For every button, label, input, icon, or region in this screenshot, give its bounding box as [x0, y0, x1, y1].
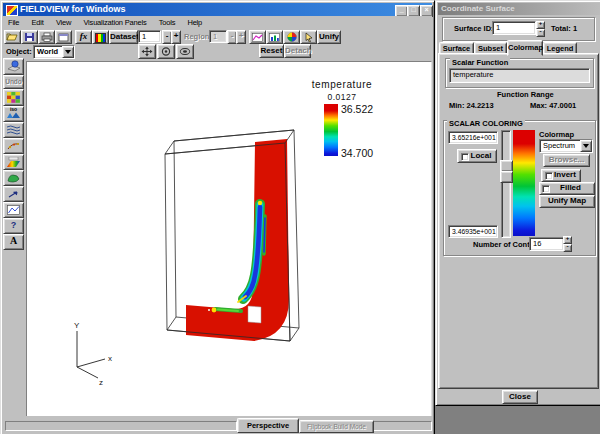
- streamlines-button[interactable]: [3, 122, 24, 138]
- range-slider-track[interactable]: [501, 130, 511, 238]
- invert-checkbox[interactable]: Invert: [541, 169, 581, 182]
- colormap-dropdown-button[interactable]: [580, 140, 592, 152]
- computational-surface-button[interactable]: [3, 89, 24, 106]
- boundary-surface-button[interactable]: [3, 170, 24, 186]
- dataset-button[interactable]: Dataset...: [109, 30, 138, 44]
- coloring-max-input[interactable]: 3.65216e+001: [448, 131, 498, 144]
- chevron-down-icon: [583, 144, 589, 148]
- streamlines-icon: [7, 125, 20, 135]
- menu-help[interactable]: Help: [182, 16, 207, 29]
- scalar-function-field[interactable]: temperature: [449, 68, 590, 83]
- pan-button[interactable]: [138, 44, 156, 59]
- legend-max-value: 36.522: [341, 103, 373, 115]
- menu-view[interactable]: View: [51, 16, 76, 29]
- contours-input[interactable]: 16: [529, 237, 564, 251]
- coordinate-surface-icon: [7, 157, 20, 167]
- colormap-tool-button[interactable]: [92, 30, 109, 44]
- annotation-icon: A: [10, 235, 17, 246]
- palette-button[interactable]: [283, 30, 300, 44]
- function-editor-button[interactable]: fx: [75, 30, 92, 44]
- contours-down-button[interactable]: -: [563, 244, 572, 252]
- close-panel-button[interactable]: Close: [502, 390, 538, 404]
- dataset-input[interactable]: 1: [138, 30, 161, 43]
- iso-mountains-icon: [7, 112, 20, 118]
- grid-surface-icon: [7, 92, 20, 103]
- sphere-plane-icon: [7, 60, 21, 72]
- print-button[interactable]: [38, 30, 55, 44]
- pan-arrows-icon: [141, 46, 153, 57]
- blue-plot-icon: [269, 33, 280, 42]
- chevron-down-icon: [65, 50, 71, 54]
- plot-panel-button[interactable]: [3, 202, 24, 218]
- viewport-3d-scene[interactable]: Y x z: [27, 62, 431, 416]
- main-window: FIELDVIEW for Windows _ □ × File Edit Vi…: [0, 0, 435, 434]
- local-checkbox[interactable]: Local: [457, 149, 497, 163]
- undo-button: Undo: [3, 75, 24, 89]
- surface-id-input[interactable]: 1: [492, 21, 536, 35]
- colormap-dropdown[interactable]: Spectrum: [539, 139, 593, 153]
- region-label: Region:: [184, 32, 212, 41]
- tab-colormap[interactable]: Colormap: [507, 40, 543, 56]
- desktop: FIELDVIEW for Windows _ □ × File Edit Vi…: [0, 0, 600, 434]
- tab-flipbook-build-mode: Flipbook Build Mode: [299, 420, 374, 433]
- annotation-button[interactable]: A: [3, 234, 24, 250]
- axis-y-label: Y: [74, 321, 80, 330]
- menu-visualization-panels[interactable]: Visualization Panels: [78, 16, 151, 29]
- view-mode-tabbar: Perspective Flipbook Build Mode: [3, 416, 432, 433]
- unify-button[interactable]: Unify: [317, 30, 341, 44]
- screen-icon: [58, 33, 69, 42]
- viewer-button[interactable]: [3, 186, 24, 202]
- function-range-max: Max: 47.0001: [530, 101, 576, 110]
- range-slider-handle-lower[interactable]: [500, 171, 513, 183]
- browse-button: Browse...: [543, 154, 590, 167]
- object-label: Object:: [6, 47, 32, 56]
- invert-checkbox-box: [545, 172, 553, 180]
- coordinate-surface-button[interactable]: [3, 154, 24, 170]
- legend-time-value: 0.0127: [297, 92, 387, 102]
- question-icon: ?: [11, 220, 17, 230]
- region-input: 1: [209, 30, 227, 43]
- menu-edit[interactable]: Edit: [27, 16, 49, 29]
- rotate-button[interactable]: [157, 44, 175, 59]
- menu-tools[interactable]: Tools: [154, 16, 181, 29]
- zoom-button[interactable]: [176, 44, 194, 59]
- tab-perspective[interactable]: Perspective: [237, 418, 299, 433]
- plot-bar-button[interactable]: [266, 30, 283, 44]
- surface-id-down-button[interactable]: -: [536, 29, 545, 37]
- colormap-bars-icon: [95, 33, 106, 43]
- filled-contour-checkbox[interactable]: Filled Contour: [539, 182, 595, 195]
- coloring-min-input[interactable]: 3.46935e+001: [448, 225, 498, 238]
- legend-title: temperature: [297, 79, 387, 90]
- viewport[interactable]: Y x z temperature 0.0127 36.522 34.700: [26, 61, 432, 417]
- screen-layout-button[interactable]: [55, 30, 72, 44]
- toolbar-main: fx Dataset... 1 - + Region: 1 - +: [3, 29, 432, 44]
- tabbar-groove-right: [373, 421, 432, 431]
- menubar: File Edit View Visualization Panels Tool…: [3, 16, 432, 29]
- function-icon: fx: [80, 31, 88, 41]
- function-range-min: Min: 24.2213: [449, 101, 494, 110]
- menu-file[interactable]: File: [3, 16, 24, 29]
- colormap-tab-content: Scalar Function temperature Function Ran…: [438, 53, 599, 389]
- picker-button[interactable]: [300, 30, 317, 44]
- magenta-plot-icon: [252, 33, 263, 42]
- iso-surface-button[interactable]: iso: [3, 106, 24, 122]
- query-button[interactable]: ?: [3, 218, 24, 234]
- panel-titlebar[interactable]: Coordinate Surface: [438, 3, 600, 15]
- reset-button[interactable]: Reset: [259, 44, 284, 58]
- main-titlebar[interactable]: FIELDVIEW for Windows _ □ ×: [3, 3, 432, 16]
- unify-map-button[interactable]: Unify Map: [539, 195, 595, 208]
- dataset-plus-button[interactable]: +: [171, 30, 181, 44]
- open-button[interactable]: [4, 30, 21, 44]
- detach-button: Detach: [284, 44, 311, 58]
- surface-id-group: Surface ID: 1 + - Total: 1: [442, 17, 595, 41]
- particle-paths-button[interactable]: [3, 138, 24, 154]
- object-dropdown[interactable]: World: [33, 45, 75, 59]
- tabbar-groove-left: [5, 421, 237, 431]
- object-dropdown-button[interactable]: [62, 46, 74, 58]
- function-range-label: Function Range: [497, 90, 554, 99]
- save-button[interactable]: [21, 30, 38, 44]
- local-checkbox-box: [461, 153, 469, 161]
- region-plus-button[interactable]: +: [236, 30, 246, 44]
- transform-controls-button[interactable]: [3, 58, 24, 75]
- plot-xy-button[interactable]: [249, 30, 266, 44]
